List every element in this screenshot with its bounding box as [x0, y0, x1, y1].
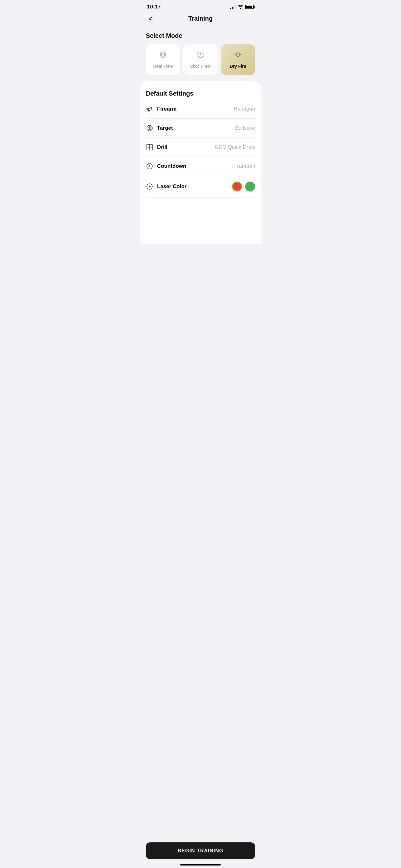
svg-point-9: [238, 54, 238, 55]
signal-icon: [230, 5, 236, 9]
drill-value: EDC Quick Draw: [215, 144, 255, 150]
target-value: Bullseye: [235, 125, 255, 131]
svg-line-24: [151, 188, 152, 189]
drill-label: Drill: [157, 144, 167, 150]
mode-card-shot-timer[interactable]: Shot Timer: [183, 44, 218, 75]
target-icon: [159, 51, 167, 61]
countdown-label: Countdown: [157, 163, 186, 169]
clock-icon: [197, 51, 204, 61]
svg-line-26: [151, 184, 152, 185]
mode-card-real-time-label: Real Time: [153, 64, 173, 69]
svg-line-25: [147, 188, 148, 189]
page-title: Training: [188, 15, 213, 22]
status-icons: [230, 4, 254, 10]
mode-card-dry-fire-label: Dry Fire: [230, 64, 246, 69]
mode-cards: Real Time Shot Timer: [146, 44, 255, 75]
settings-panel: Default Settings Firearm Handgun: [140, 81, 261, 244]
wifi-icon: [238, 4, 243, 10]
laser-color-red[interactable]: [232, 182, 242, 191]
laser-icon: [146, 183, 153, 190]
laser-color-row[interactable]: Laser Color: [146, 176, 255, 197]
svg-point-2: [163, 54, 164, 55]
countdown-value: random: [237, 163, 255, 169]
gun-icon: [146, 105, 153, 113]
laser-color-green[interactable]: [245, 182, 255, 191]
mode-card-real-time[interactable]: Real Time: [146, 44, 180, 75]
back-button[interactable]: <: [146, 13, 155, 24]
select-mode-section: Select Mode Real Time Shot Timer: [140, 27, 261, 81]
mode-card-dry-fire[interactable]: Dry Fire: [221, 44, 255, 75]
status-time: 10:17: [147, 4, 161, 10]
drill-icon: [146, 144, 153, 151]
firearm-value: Handgun: [234, 106, 255, 112]
svg-point-11: [148, 127, 151, 130]
bullseye-icon: [146, 124, 153, 132]
target-row[interactable]: Target Bullseye: [146, 119, 255, 138]
select-mode-label: Select Mode: [146, 32, 255, 39]
laser-color-label: Laser Color: [157, 183, 187, 190]
mode-card-shot-timer-label: Shot Timer: [190, 64, 211, 69]
firearm-label: Firearm: [157, 106, 176, 112]
target-label: Target: [157, 125, 173, 131]
settings-title: Default Settings: [146, 90, 255, 97]
svg-point-18: [149, 186, 151, 187]
status-bar: 10:17: [140, 0, 261, 12]
svg-line-23: [147, 184, 148, 185]
countdown-icon: [146, 162, 153, 170]
crosshair-icon: [234, 51, 242, 61]
battery-icon: [245, 5, 254, 9]
drill-row[interactable]: Drill EDC Quick Draw: [146, 138, 255, 157]
svg-line-17: [148, 166, 149, 167]
firearm-row[interactable]: Firearm Handgun: [146, 100, 255, 119]
countdown-row[interactable]: Countdown random: [146, 157, 255, 176]
svg-point-12: [149, 127, 150, 129]
svg-point-10: [147, 125, 153, 131]
laser-color-options: [232, 182, 255, 191]
nav-header: < Training: [140, 12, 261, 27]
